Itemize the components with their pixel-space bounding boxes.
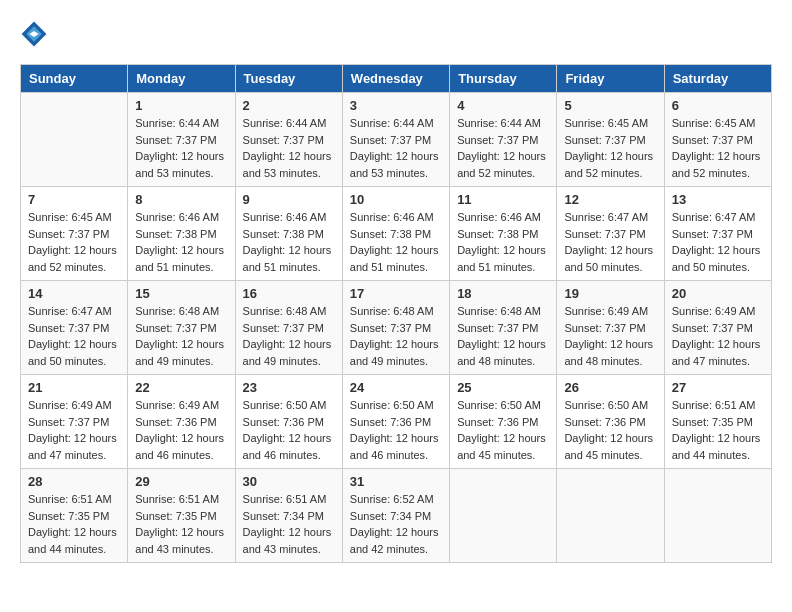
logo <box>20 20 52 48</box>
day-info: Sunrise: 6:44 AMSunset: 7:37 PMDaylight:… <box>243 115 335 181</box>
calendar-cell <box>450 469 557 563</box>
calendar-cell: 3Sunrise: 6:44 AMSunset: 7:37 PMDaylight… <box>342 93 449 187</box>
day-number: 22 <box>135 380 227 395</box>
calendar-cell: 29Sunrise: 6:51 AMSunset: 7:35 PMDayligh… <box>128 469 235 563</box>
calendar-cell: 1Sunrise: 6:44 AMSunset: 7:37 PMDaylight… <box>128 93 235 187</box>
calendar-cell: 20Sunrise: 6:49 AMSunset: 7:37 PMDayligh… <box>664 281 771 375</box>
calendar-cell: 2Sunrise: 6:44 AMSunset: 7:37 PMDaylight… <box>235 93 342 187</box>
calendar-cell: 16Sunrise: 6:48 AMSunset: 7:37 PMDayligh… <box>235 281 342 375</box>
day-number: 1 <box>135 98 227 113</box>
day-header-wednesday: Wednesday <box>342 65 449 93</box>
calendar-cell: 19Sunrise: 6:49 AMSunset: 7:37 PMDayligh… <box>557 281 664 375</box>
calendar-week-row: 14Sunrise: 6:47 AMSunset: 7:37 PMDayligh… <box>21 281 772 375</box>
day-info: Sunrise: 6:51 AMSunset: 7:35 PMDaylight:… <box>672 397 764 463</box>
day-number: 15 <box>135 286 227 301</box>
day-info: Sunrise: 6:48 AMSunset: 7:37 PMDaylight:… <box>135 303 227 369</box>
day-info: Sunrise: 6:44 AMSunset: 7:37 PMDaylight:… <box>457 115 549 181</box>
day-info: Sunrise: 6:51 AMSunset: 7:35 PMDaylight:… <box>135 491 227 557</box>
day-info: Sunrise: 6:45 AMSunset: 7:37 PMDaylight:… <box>672 115 764 181</box>
calendar-cell: 5Sunrise: 6:45 AMSunset: 7:37 PMDaylight… <box>557 93 664 187</box>
day-info: Sunrise: 6:50 AMSunset: 7:36 PMDaylight:… <box>243 397 335 463</box>
day-number: 17 <box>350 286 442 301</box>
day-number: 13 <box>672 192 764 207</box>
day-info: Sunrise: 6:48 AMSunset: 7:37 PMDaylight:… <box>243 303 335 369</box>
day-number: 9 <box>243 192 335 207</box>
calendar-cell: 27Sunrise: 6:51 AMSunset: 7:35 PMDayligh… <box>664 375 771 469</box>
day-info: Sunrise: 6:46 AMSunset: 7:38 PMDaylight:… <box>350 209 442 275</box>
calendar-cell <box>557 469 664 563</box>
day-number: 19 <box>564 286 656 301</box>
day-info: Sunrise: 6:45 AMSunset: 7:37 PMDaylight:… <box>564 115 656 181</box>
day-info: Sunrise: 6:47 AMSunset: 7:37 PMDaylight:… <box>564 209 656 275</box>
day-info: Sunrise: 6:46 AMSunset: 7:38 PMDaylight:… <box>135 209 227 275</box>
day-info: Sunrise: 6:49 AMSunset: 7:37 PMDaylight:… <box>564 303 656 369</box>
day-info: Sunrise: 6:45 AMSunset: 7:37 PMDaylight:… <box>28 209 120 275</box>
day-info: Sunrise: 6:50 AMSunset: 7:36 PMDaylight:… <box>350 397 442 463</box>
day-info: Sunrise: 6:46 AMSunset: 7:38 PMDaylight:… <box>457 209 549 275</box>
day-number: 16 <box>243 286 335 301</box>
day-info: Sunrise: 6:52 AMSunset: 7:34 PMDaylight:… <box>350 491 442 557</box>
calendar-cell: 7Sunrise: 6:45 AMSunset: 7:37 PMDaylight… <box>21 187 128 281</box>
day-info: Sunrise: 6:48 AMSunset: 7:37 PMDaylight:… <box>350 303 442 369</box>
calendar-cell: 17Sunrise: 6:48 AMSunset: 7:37 PMDayligh… <box>342 281 449 375</box>
day-info: Sunrise: 6:50 AMSunset: 7:36 PMDaylight:… <box>457 397 549 463</box>
calendar-cell: 23Sunrise: 6:50 AMSunset: 7:36 PMDayligh… <box>235 375 342 469</box>
day-info: Sunrise: 6:46 AMSunset: 7:38 PMDaylight:… <box>243 209 335 275</box>
calendar-cell: 28Sunrise: 6:51 AMSunset: 7:35 PMDayligh… <box>21 469 128 563</box>
calendar-cell: 30Sunrise: 6:51 AMSunset: 7:34 PMDayligh… <box>235 469 342 563</box>
day-header-saturday: Saturday <box>664 65 771 93</box>
calendar-week-row: 21Sunrise: 6:49 AMSunset: 7:37 PMDayligh… <box>21 375 772 469</box>
day-info: Sunrise: 6:49 AMSunset: 7:37 PMDaylight:… <box>28 397 120 463</box>
day-number: 2 <box>243 98 335 113</box>
day-number: 11 <box>457 192 549 207</box>
calendar-cell: 8Sunrise: 6:46 AMSunset: 7:38 PMDaylight… <box>128 187 235 281</box>
day-number: 26 <box>564 380 656 395</box>
calendar-week-row: 28Sunrise: 6:51 AMSunset: 7:35 PMDayligh… <box>21 469 772 563</box>
day-number: 30 <box>243 474 335 489</box>
calendar-cell: 14Sunrise: 6:47 AMSunset: 7:37 PMDayligh… <box>21 281 128 375</box>
day-number: 31 <box>350 474 442 489</box>
calendar-week-row: 1Sunrise: 6:44 AMSunset: 7:37 PMDaylight… <box>21 93 772 187</box>
day-number: 23 <box>243 380 335 395</box>
day-number: 7 <box>28 192 120 207</box>
calendar-cell: 15Sunrise: 6:48 AMSunset: 7:37 PMDayligh… <box>128 281 235 375</box>
day-number: 28 <box>28 474 120 489</box>
day-header-monday: Monday <box>128 65 235 93</box>
calendar-cell <box>21 93 128 187</box>
day-number: 21 <box>28 380 120 395</box>
day-number: 6 <box>672 98 764 113</box>
day-header-friday: Friday <box>557 65 664 93</box>
calendar-cell: 10Sunrise: 6:46 AMSunset: 7:38 PMDayligh… <box>342 187 449 281</box>
calendar-cell: 9Sunrise: 6:46 AMSunset: 7:38 PMDaylight… <box>235 187 342 281</box>
calendar-cell: 18Sunrise: 6:48 AMSunset: 7:37 PMDayligh… <box>450 281 557 375</box>
calendar-cell: 11Sunrise: 6:46 AMSunset: 7:38 PMDayligh… <box>450 187 557 281</box>
day-info: Sunrise: 6:51 AMSunset: 7:34 PMDaylight:… <box>243 491 335 557</box>
day-number: 14 <box>28 286 120 301</box>
day-number: 5 <box>564 98 656 113</box>
day-info: Sunrise: 6:51 AMSunset: 7:35 PMDaylight:… <box>28 491 120 557</box>
calendar-cell: 13Sunrise: 6:47 AMSunset: 7:37 PMDayligh… <box>664 187 771 281</box>
day-number: 3 <box>350 98 442 113</box>
day-number: 4 <box>457 98 549 113</box>
day-header-thursday: Thursday <box>450 65 557 93</box>
calendar-cell: 25Sunrise: 6:50 AMSunset: 7:36 PMDayligh… <box>450 375 557 469</box>
day-info: Sunrise: 6:49 AMSunset: 7:36 PMDaylight:… <box>135 397 227 463</box>
day-info: Sunrise: 6:44 AMSunset: 7:37 PMDaylight:… <box>135 115 227 181</box>
day-info: Sunrise: 6:50 AMSunset: 7:36 PMDaylight:… <box>564 397 656 463</box>
calendar-cell: 24Sunrise: 6:50 AMSunset: 7:36 PMDayligh… <box>342 375 449 469</box>
day-header-tuesday: Tuesday <box>235 65 342 93</box>
calendar-week-row: 7Sunrise: 6:45 AMSunset: 7:37 PMDaylight… <box>21 187 772 281</box>
day-header-sunday: Sunday <box>21 65 128 93</box>
calendar-cell: 6Sunrise: 6:45 AMSunset: 7:37 PMDaylight… <box>664 93 771 187</box>
day-number: 29 <box>135 474 227 489</box>
calendar-cell: 26Sunrise: 6:50 AMSunset: 7:36 PMDayligh… <box>557 375 664 469</box>
page-header <box>20 20 772 48</box>
logo-icon <box>20 20 48 48</box>
calendar-cell: 31Sunrise: 6:52 AMSunset: 7:34 PMDayligh… <box>342 469 449 563</box>
day-info: Sunrise: 6:48 AMSunset: 7:37 PMDaylight:… <box>457 303 549 369</box>
calendar-cell: 12Sunrise: 6:47 AMSunset: 7:37 PMDayligh… <box>557 187 664 281</box>
day-number: 27 <box>672 380 764 395</box>
day-info: Sunrise: 6:44 AMSunset: 7:37 PMDaylight:… <box>350 115 442 181</box>
calendar-cell: 4Sunrise: 6:44 AMSunset: 7:37 PMDaylight… <box>450 93 557 187</box>
day-number: 8 <box>135 192 227 207</box>
